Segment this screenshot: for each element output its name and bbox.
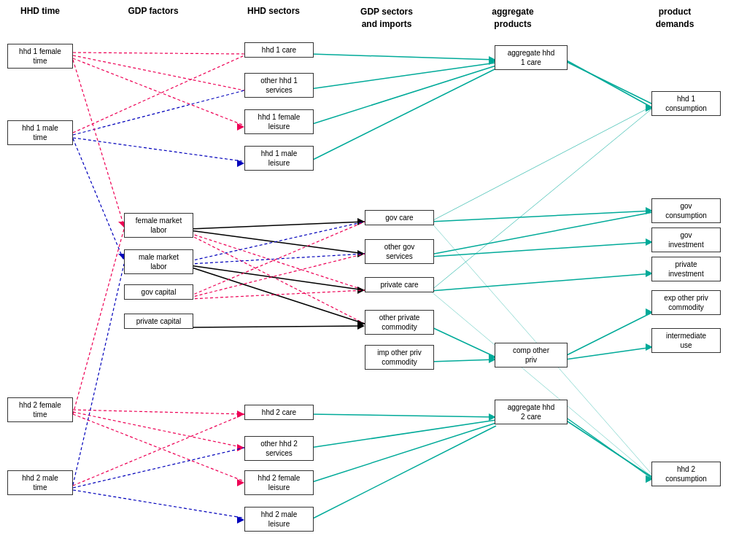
node-hhd1-care: hhd 1 care: [244, 42, 314, 58]
svg-line-60: [310, 420, 496, 448]
svg-line-4: [73, 138, 242, 161]
node-hhd2-female-time: hhd 2 femaletime: [7, 397, 73, 422]
svg-line-36: [430, 242, 653, 257]
svg-line-25: [73, 60, 124, 226]
node-hhd2-consumption: hhd 2consumption: [651, 462, 721, 486]
svg-line-0: [73, 52, 244, 54]
svg-line-7: [73, 90, 244, 135]
svg-line-40: [430, 359, 496, 362]
node-hhd1-female-time: hhd 1 femaletime: [7, 44, 73, 69]
node-exp-other-priv-commodity: exp other privcommodity: [651, 290, 721, 315]
node-comp-other-priv: comp otherpriv: [495, 343, 568, 368]
node-hhd2-male-time: hhd 2 maletime: [7, 470, 73, 495]
node-aggregate-hhd2-care: aggregate hhd2 care: [495, 400, 568, 424]
svg-line-22: [190, 290, 365, 299]
node-gov-investment: govinvestment: [651, 228, 721, 252]
svg-line-65: [430, 106, 653, 222]
svg-line-52: [73, 414, 242, 481]
svg-line-62: [310, 426, 496, 520]
node-hhd1-female-leisure: hhd 1 femaleleisure: [244, 109, 314, 134]
node-intermediate-use: intermediateuse: [651, 328, 721, 353]
svg-line-71: [430, 291, 653, 478]
node-male-market-labor: male marketlabor: [124, 249, 193, 274]
svg-line-63: [565, 417, 653, 479]
node-hhd1-male-leisure: hhd 1 maleleisure: [244, 146, 314, 171]
svg-line-61: [310, 423, 496, 483]
node-other-hhd2-services: other hhd 2services: [244, 436, 314, 461]
svg-line-50: [73, 412, 244, 448]
node-aggregate-hhd1-care: aggregate hhd1 care: [495, 45, 568, 70]
node-private-investment: privateinvestment: [651, 257, 721, 281]
node-private-capital: private capital: [124, 314, 193, 329]
svg-line-26: [73, 139, 124, 261]
svg-line-13: [190, 235, 365, 324]
svg-line-23: [190, 326, 363, 327]
node-private-care: private care: [365, 277, 434, 292]
node-other-hhd1-services: other hhd 1services: [244, 73, 314, 98]
node-hhd2-care: hhd 2 care: [244, 405, 314, 420]
node-gov-capital: gov capital: [124, 284, 193, 300]
svg-line-18: [190, 267, 365, 324]
svg-line-46: [565, 60, 653, 108]
node-hhd2-female-leisure: hhd 2 femaleleisure: [244, 470, 314, 495]
svg-line-29: [310, 54, 496, 60]
svg-line-34: [430, 211, 653, 222]
node-imp-other-priv-commodity: imp other privcommodity: [365, 345, 434, 370]
svg-line-32: [310, 66, 496, 125]
svg-line-6: [73, 55, 244, 133]
node-other-gov-services: other govservices: [365, 239, 434, 264]
svg-line-56: [73, 490, 242, 518]
svg-line-58: [310, 414, 496, 417]
svg-line-35: [430, 212, 653, 254]
svg-line-16: [190, 265, 365, 290]
node-hhd2-male-leisure: hhd 2 maleleisure: [244, 507, 314, 532]
diagram-container: HHD time GDP factors HHD sectors GDP sec…: [0, 0, 747, 560]
svg-line-69: [565, 61, 653, 104]
node-gov-care: gov care: [365, 210, 434, 225]
svg-line-55: [73, 448, 244, 488]
svg-line-31: [310, 63, 496, 89]
svg-line-8: [190, 222, 365, 229]
svg-line-1: [73, 55, 244, 90]
node-female-market-labor: female marketlabor: [124, 213, 193, 238]
node-hhd1-male-time: hhd 1 maletime: [7, 120, 73, 145]
node-gov-consumption: govconsumption: [651, 198, 721, 223]
svg-line-66: [430, 108, 653, 291]
svg-line-72: [565, 420, 653, 478]
svg-line-68: [73, 264, 124, 485]
svg-line-67: [73, 229, 124, 414]
svg-line-2: [73, 58, 242, 125]
svg-line-54: [73, 414, 244, 486]
svg-line-33: [310, 69, 496, 161]
node-hhd1-consumption: hhd 1consumption: [651, 91, 721, 116]
svg-line-38: [430, 327, 496, 357]
svg-line-48: [73, 410, 244, 414]
svg-line-37: [430, 273, 653, 291]
node-other-private-commodity: other privatecommodity: [365, 310, 434, 335]
